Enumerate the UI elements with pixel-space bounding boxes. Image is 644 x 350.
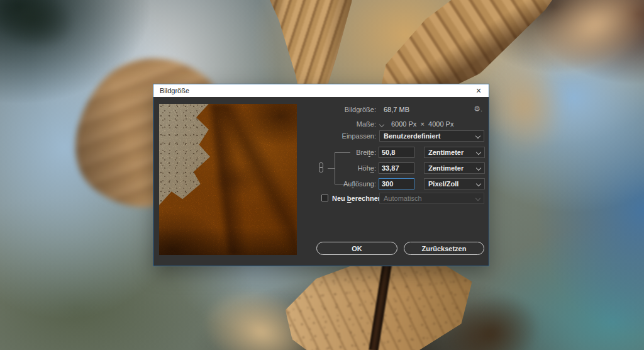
- width-input[interactable]: [379, 147, 414, 158]
- screenshot-stage: Bildgröße × ⚙. Bi: [0, 0, 644, 350]
- fit-to-selected-value: Benutzerdefiniert: [384, 130, 440, 142]
- width-unit-dropdown[interactable]: Zentimeter: [424, 147, 485, 158]
- dialog-body: ⚙. Bildgröße: 68,7 MB Maße: 6000 Px × 40…: [153, 97, 489, 266]
- background-leaf-sliver-right: [484, 57, 566, 157]
- height-label: Höhe:: [248, 162, 376, 174]
- height-unit-dropdown[interactable]: Zentimeter: [424, 162, 485, 174]
- width-label: Breite:: [248, 147, 376, 158]
- fit-to-label: Einpassen:: [248, 130, 376, 142]
- dimensions-label: Maße:: [248, 119, 376, 129]
- resolution-unit-dropdown[interactable]: Pixel/Zoll: [424, 178, 485, 189]
- dimensions-width: 6000 Px: [391, 120, 416, 128]
- file-size-label: Bildgröße:: [248, 104, 376, 115]
- dimensions-row: Maße: 6000 Px × 4000 Px: [153, 119, 489, 129]
- height-unit-value: Zentimeter: [428, 162, 464, 174]
- resolution-row: Auflösung: Pixel/Zoll: [153, 178, 489, 189]
- image-size-dialog: Bildgröße × ⚙. Bi: [153, 84, 489, 266]
- resolution-input[interactable]: [379, 178, 414, 189]
- height-input[interactable]: [379, 162, 414, 174]
- width-row: Breite: Zentimeter: [153, 147, 489, 158]
- dialog-titlebar[interactable]: Bildgröße ×: [153, 84, 489, 97]
- resample-method-dropdown: Automatisch: [379, 193, 484, 204]
- file-size-row: Bildgröße: 68,7 MB: [153, 104, 489, 115]
- resolution-unit-value: Pixel/Zoll: [428, 178, 458, 189]
- chevron-down-icon: [476, 150, 481, 155]
- file-size-value: 68,7 MB: [384, 104, 409, 115]
- chevron-down-icon: [476, 166, 481, 171]
- chevron-down-icon: [476, 181, 481, 186]
- chevron-down-icon: [475, 133, 480, 138]
- width-unit-value: Zentimeter: [428, 147, 464, 158]
- dialog-title: Bildgröße: [160, 87, 189, 94]
- reset-button-label: Zurücksetzen: [422, 245, 467, 252]
- reset-button[interactable]: Zurücksetzen: [404, 242, 484, 255]
- resolution-label: Auflösung:: [248, 178, 376, 189]
- dimensions-chevron-icon[interactable]: [379, 122, 384, 127]
- ok-button-label: OK: [352, 245, 362, 252]
- ok-button[interactable]: OK: [316, 242, 397, 255]
- resample-checkbox[interactable]: [321, 195, 328, 201]
- close-icon[interactable]: ×: [472, 85, 485, 96]
- chevron-down-icon: [475, 196, 480, 201]
- resample-label: Neu berechnen:: [332, 193, 384, 204]
- fit-to-dropdown[interactable]: Benutzerdefiniert: [379, 130, 484, 142]
- resample-method-value: Automatisch: [384, 193, 422, 204]
- dimensions-value: 6000 Px × 4000 Px: [391, 119, 453, 129]
- height-row: Höhe: Zentimeter: [153, 162, 489, 174]
- fit-to-row: Einpassen: Benutzerdefiniert: [153, 130, 489, 142]
- dimensions-times-sign: ×: [421, 120, 425, 128]
- dimensions-height: 4000 Px: [428, 120, 453, 128]
- resample-row: Neu berechnen: Automatisch: [153, 193, 489, 204]
